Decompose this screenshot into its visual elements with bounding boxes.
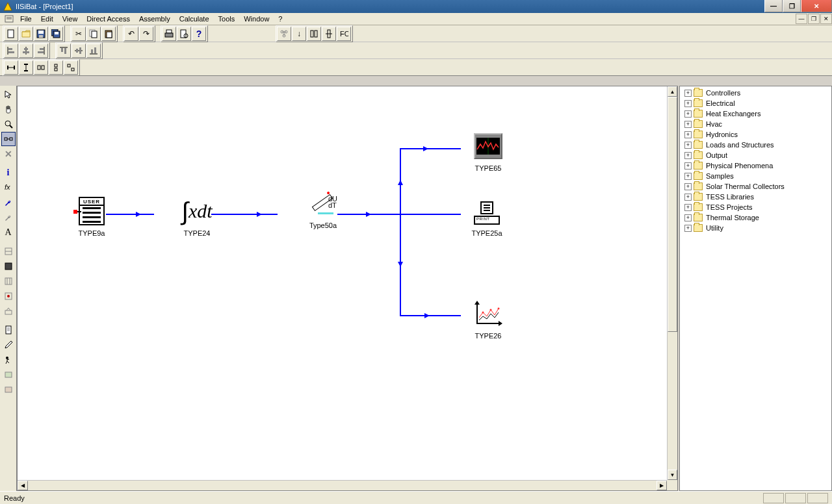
menu-edit[interactable]: Edit [36, 14, 58, 24]
expand-icon[interactable]: + [684, 194, 692, 201]
new-button[interactable] [4, 27, 18, 41]
help-button[interactable]: ? [192, 27, 206, 41]
expand-icon[interactable]: + [684, 121, 692, 128]
scroll-up-button[interactable]: ▲ [668, 86, 677, 97]
tool-module[interactable] [1, 368, 16, 382]
expand-icon[interactable]: + [684, 173, 692, 180]
dist-v-button[interactable] [19, 60, 33, 75]
size-eq-both-button[interactable] [64, 60, 78, 75]
tree-item[interactable]: +Hydronics [681, 129, 830, 140]
save-button[interactable] [34, 27, 48, 41]
minimize-button[interactable]: — [764, 0, 783, 12]
save-all-button[interactable] [49, 27, 63, 41]
expand-icon[interactable]: + [684, 131, 692, 138]
node-type50a[interactable]: dUdT Type50a [297, 189, 349, 229]
tool-zoom[interactable] [1, 117, 16, 131]
menu-calculate[interactable]: Calculate [175, 14, 214, 24]
menu-direct-access[interactable]: Direct Access [82, 14, 135, 24]
menu-assembly[interactable]: Assembly [135, 14, 175, 24]
tree-item[interactable]: +TESS Projects [681, 202, 830, 212]
wire[interactable] [400, 214, 461, 215]
tool-wrench[interactable] [1, 195, 16, 210]
cut-button[interactable]: ✂ [72, 27, 86, 41]
expand-icon[interactable]: + [684, 225, 692, 232]
menu-tools[interactable]: Tools [214, 14, 240, 24]
mdi-minimize-button[interactable]: — [796, 14, 807, 24]
size-eq-button[interactable] [34, 60, 48, 75]
align-right-button[interactable] [34, 44, 48, 58]
tree-item[interactable]: +Loads and Structures [681, 140, 830, 150]
align-bottom-button[interactable] [86, 44, 101, 58]
assembly-btn-4[interactable] [322, 27, 336, 41]
menu-help[interactable]: ? [274, 14, 287, 24]
expand-icon[interactable]: + [684, 214, 692, 221]
scroll-thumb[interactable] [28, 481, 644, 490]
tool-select[interactable] [1, 87, 16, 101]
tree-item[interactable]: +Output [681, 150, 830, 160]
horizontal-scrollbar[interactable]: ◀ ▶ [18, 480, 667, 490]
scroll-down-button[interactable]: ▼ [668, 470, 677, 480]
tool-text[interactable]: A [1, 225, 16, 240]
align-center-v-button[interactable] [72, 44, 86, 58]
scroll-thumb[interactable] [668, 97, 677, 332]
align-center-h-button[interactable] [19, 44, 33, 58]
align-left-button[interactable] [4, 44, 18, 58]
doc-menu-icon[interactable] [3, 15, 16, 23]
expand-icon[interactable]: + [684, 142, 692, 149]
print-button[interactable] [162, 27, 176, 41]
open-button[interactable] [19, 27, 33, 41]
tree-item[interactable]: +TESS Libraries [681, 192, 830, 202]
tree-item[interactable]: +Heat Exchangers [681, 108, 830, 119]
expand-icon[interactable]: + [684, 152, 692, 159]
node-type65[interactable]: TYPE65 [462, 132, 514, 172]
tree-item[interactable]: +Hvac [681, 119, 830, 129]
redo-button[interactable]: ↷ [139, 27, 153, 41]
expand-icon[interactable]: + [684, 162, 692, 170]
close-button[interactable]: ✕ [801, 0, 832, 12]
node-type24[interactable]: ∫xdt TYPE24 [171, 197, 223, 237]
tool-link[interactable] [1, 132, 16, 146]
node-type25a[interactable]: TYPE25a [461, 201, 513, 237]
tree-item[interactable]: +Samples [681, 171, 830, 181]
print-preview-button[interactable] [177, 27, 191, 41]
tool-wrench-2[interactable] [1, 210, 16, 225]
wire[interactable] [400, 148, 461, 149]
tool-grid-4[interactable] [1, 289, 16, 303]
tree-item[interactable]: +Solar Thermal Collectors [681, 181, 830, 192]
tool-equation[interactable]: fx [1, 181, 16, 195]
node-type9a[interactable]: USER TYPE9a [66, 197, 118, 237]
menu-window[interactable]: Window [239, 14, 274, 24]
tree-item[interactable]: +Utility [681, 223, 830, 233]
vertical-scrollbar[interactable]: ▲ ▼ [667, 86, 677, 480]
tree-item[interactable]: +Electrical [681, 98, 830, 108]
expand-icon[interactable]: + [684, 183, 692, 190]
align-top-button[interactable] [57, 44, 71, 58]
tool-run[interactable] [1, 353, 16, 367]
maximize-button[interactable]: ❐ [783, 0, 801, 12]
tool-page[interactable] [1, 323, 16, 337]
tool-grid-2[interactable] [1, 259, 16, 273]
scroll-left-button[interactable]: ◀ [18, 481, 28, 490]
assembly-btn-2[interactable]: ↓ [292, 27, 306, 41]
tool-module-2[interactable] [1, 383, 16, 397]
menu-view[interactable]: View [58, 14, 83, 24]
expand-icon[interactable]: + [684, 110, 692, 118]
wire[interactable] [400, 315, 461, 316]
copy-button[interactable] [86, 27, 101, 41]
tree-item[interactable]: +Controllers [681, 88, 830, 98]
tool-grid-5[interactable] [1, 304, 16, 318]
tool-hand[interactable] [1, 102, 16, 116]
assembly-btn-1[interactable] [277, 27, 291, 41]
scroll-right-button[interactable]: ▶ [656, 481, 667, 490]
assembly-btn-3[interactable] [307, 27, 321, 41]
tree-item[interactable]: +Physical Phenomena [681, 160, 830, 171]
canvas[interactable]: USER TYPE9a ∫xdt TYPE24 dUdT [18, 86, 667, 480]
tool-delete[interactable]: ✕ [1, 147, 16, 161]
undo-button[interactable]: ↶ [124, 27, 138, 41]
paste-button[interactable] [101, 27, 116, 41]
tool-pencil[interactable] [1, 338, 16, 352]
mdi-close-button[interactable]: ✕ [820, 14, 832, 24]
expand-icon[interactable]: + [684, 100, 692, 107]
menu-file[interactable]: File [16, 14, 36, 24]
expand-icon[interactable]: + [684, 90, 692, 97]
